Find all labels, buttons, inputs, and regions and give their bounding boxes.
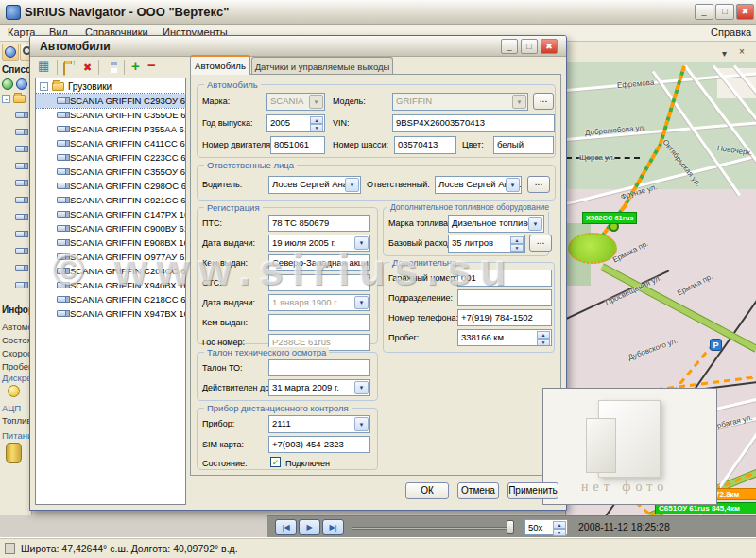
collapse-icon[interactable]: - — [2, 95, 10, 103]
truck-icon[interactable] — [15, 248, 26, 254]
spinner-arrows[interactable]: ▲▼ — [537, 331, 550, 344]
pts-date-combo[interactable]: 19 июля 2005 г.▼ — [268, 235, 370, 252]
tree-item[interactable]: SCANIA GRIFFIN Р355АА 61rus — [36, 122, 185, 136]
folder-up-icon[interactable]: ↑ — [63, 62, 65, 76]
spin-up-icon[interactable]: ▲ — [553, 521, 566, 529]
connected-checkbox[interactable]: ✓ — [270, 457, 281, 467]
collapse-icon[interactable]: - — [40, 82, 48, 91]
tree-item[interactable]: SCANIA GRIFFIN О977АУ 61rus — [36, 250, 185, 264]
chevron-down-icon[interactable]: ▼ — [345, 178, 359, 192]
tree-item[interactable]: SCANIA GRIFFIN С218СС 61rus — [36, 292, 185, 306]
restore-button[interactable]: □ — [715, 4, 734, 20]
spin-down-icon[interactable]: ▼ — [553, 529, 566, 536]
cancel-button[interactable]: Отмена — [457, 482, 499, 499]
phone-field[interactable]: +7(919) 784-1502 — [457, 309, 552, 326]
base-rate-spinner[interactable]: 35 литров▲▼ — [448, 235, 525, 253]
eye-icon[interactable] — [16, 78, 27, 90]
playback-slider-track[interactable] — [352, 527, 512, 530]
chevron-down-icon[interactable]: ▼ — [354, 417, 369, 431]
device-combo[interactable]: 2111▼ — [268, 415, 370, 433]
playback-slider-thumb[interactable] — [507, 520, 514, 534]
spin-down-icon[interactable]: ▼ — [537, 339, 550, 346]
truck-icon[interactable] — [15, 265, 26, 271]
minimize-button[interactable]: _ — [695, 4, 713, 20]
fuel-more-button[interactable]: ... — [529, 235, 552, 252]
tree-item[interactable]: SCANIA GRIFFIN С204СС 61rus — [36, 264, 185, 278]
map-collapse-icon[interactable]: ▾ — [722, 48, 727, 59]
pan-tool-button[interactable] — [2, 44, 19, 61]
tab-datchiki[interactable]: Датчики и управляемые выходы — [251, 57, 393, 75]
mileage-spinner[interactable]: 338166 км▲▼ — [457, 329, 552, 346]
sim-field[interactable]: +7(903) 454-2323 — [268, 436, 370, 453]
spin-down-icon[interactable]: ▼ — [510, 244, 524, 252]
truck-icon[interactable] — [15, 180, 26, 186]
sts-date-combo[interactable]: 1 января 1900 г.▼ — [268, 294, 370, 311]
truck-icon[interactable] — [15, 146, 26, 152]
tree-item[interactable]: SCANIA GRIFFIN Е908ВХ 161rus — [36, 235, 185, 250]
valid-until-combo[interactable]: 31 марта 2009 г.▼ — [268, 379, 370, 396]
remove-icon[interactable]: − — [147, 59, 156, 72]
tree-item[interactable]: SCANIA GRIFFIN С293ОУ 61rus — [36, 94, 185, 108]
close-button[interactable]: ✖ — [736, 4, 754, 20]
truck-icon[interactable] — [15, 129, 26, 135]
chevron-down-icon[interactable]: ▼ — [309, 95, 323, 109]
grid-icon[interactable]: ▦ — [38, 59, 49, 74]
spin-up-icon[interactable]: ▲ — [510, 236, 524, 244]
talon-field[interactable] — [268, 359, 370, 376]
spin-up-icon[interactable]: ▲ — [310, 116, 323, 124]
chevron-down-icon[interactable]: ▼ — [506, 178, 520, 192]
parking-icon[interactable]: P — [710, 339, 722, 351]
ok-button[interactable]: ОК — [405, 482, 449, 499]
play-button[interactable]: ▶ — [299, 519, 320, 535]
tree-item[interactable]: SCANIA GRIFFIN С298ОС 61rus — [36, 179, 185, 193]
chevron-down-icon[interactable]: ▼ — [528, 217, 542, 231]
sidebar-tree-root[interactable]: - — [2, 95, 26, 103]
division-field[interactable] — [457, 289, 552, 306]
chevron-down-icon[interactable]: ▼ — [354, 381, 369, 394]
skip-back-button[interactable]: |◀ — [275, 519, 297, 535]
pts-field[interactable]: 78 ТС 850679 — [268, 215, 370, 232]
sts-field[interactable] — [268, 274, 370, 291]
apply-button[interactable]: Применить — [507, 482, 558, 499]
garage-field[interactable]: 001 — [457, 270, 552, 287]
engine-field[interactable]: 8051061 — [270, 136, 325, 154]
persons-more-button[interactable]: ... — [527, 176, 550, 193]
truck-icon[interactable] — [15, 214, 26, 220]
chevron-down-icon[interactable]: ▼ — [354, 296, 369, 309]
vehicles-tree[interactable]: - Грузовики SCANIA GRIFFIN С293ОУ 61rusS… — [35, 78, 186, 505]
tree-item[interactable]: SCANIA GRIFFIN С355ОУ 61rus — [36, 165, 185, 179]
marka-combo[interactable]: SCANIA▼ — [266, 93, 325, 111]
spin-down-icon[interactable]: ▼ — [310, 124, 323, 131]
tree-root-row[interactable]: - Грузовики — [36, 78, 185, 94]
vin-field[interactable]: 9BSP4X26003570413 — [392, 114, 555, 132]
spinner-arrows[interactable]: ▲▼ — [310, 116, 323, 131]
truck-icon[interactable] — [15, 112, 26, 118]
driver-combo[interactable]: Лосев Сергей Анатоль▼ — [268, 176, 361, 194]
tree-item[interactable]: SCANIA GRIFFIN С355ОЕ 61rus — [36, 108, 185, 122]
model-combo[interactable]: GRIFFIN▼ — [392, 93, 528, 111]
truck-icon[interactable] — [15, 197, 26, 203]
vehicle-area-marker[interactable] — [568, 233, 617, 264]
tree-item[interactable]: SCANIA GRIFFIN С411СС 61rus — [36, 136, 185, 150]
add-icon[interactable]: + — [131, 59, 140, 73]
tree-item[interactable]: SCANIA GRIFFIN С900ВУ 61rus — [36, 221, 185, 235]
model-more-button[interactable]: ... — [533, 93, 554, 110]
globe-icon[interactable] — [2, 78, 13, 90]
spinner-arrows[interactable]: ▲▼ — [553, 521, 566, 533]
chevron-down-icon[interactable]: ▼ — [354, 236, 369, 250]
color-field[interactable]: белый — [493, 136, 554, 154]
tree-item[interactable]: SCANIA GRIFFIN Х940ВХ 161rus — [36, 278, 185, 292]
skip-forward-button[interactable]: ▶| — [322, 519, 344, 535]
delete-icon[interactable]: ✖ — [83, 60, 92, 75]
spinner-arrows[interactable]: ▲▼ — [510, 236, 524, 251]
responsible-combo[interactable]: Лосев Сергей Анатоль▼ — [435, 176, 522, 194]
dialog-maximize-button[interactable]: □ — [521, 39, 538, 54]
truck-icon[interactable] — [15, 231, 26, 237]
truck-icon[interactable] — [15, 282, 26, 288]
tree-item[interactable]: SCANIA GRIFFIN С223СС 61rus — [36, 150, 185, 165]
fuel-brand-combo[interactable]: Дизельное топливо▼ — [448, 215, 544, 233]
chevron-down-icon[interactable]: ▼ — [512, 95, 526, 109]
spin-up-icon[interactable]: ▲ — [537, 331, 550, 339]
year-spinner[interactable]: 2005▲▼ — [266, 114, 325, 132]
sts-issuer-field[interactable] — [268, 314, 370, 331]
